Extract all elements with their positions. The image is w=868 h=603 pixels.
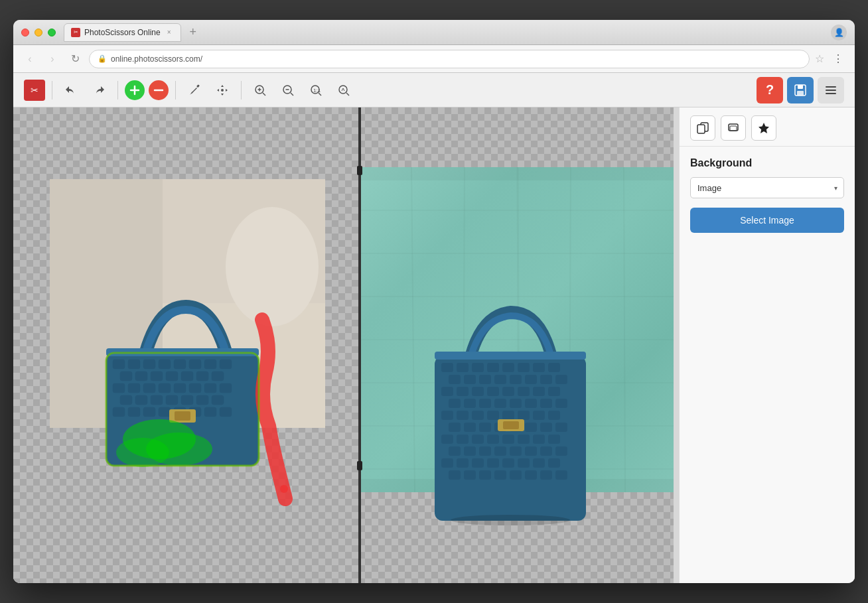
select-image-button[interactable]: Select Image — [690, 208, 844, 233]
right-canvas-svg — [358, 107, 674, 583]
tab-star[interactable] — [751, 115, 776, 141]
help-button[interactable]: ? — [757, 77, 783, 103]
traffic-lights — [21, 29, 56, 36]
svg-rect-145 — [487, 458, 499, 468]
svg-rect-31 — [113, 383, 125, 393]
svg-rect-42 — [166, 395, 178, 405]
brush-tool-button[interactable] — [182, 78, 206, 102]
svg-rect-34 — [159, 383, 171, 393]
zoom-in-button[interactable] — [248, 78, 272, 102]
background-type-select[interactable]: None Color Image — [690, 177, 844, 198]
svg-rect-114 — [502, 411, 514, 420]
svg-rect-103 — [464, 399, 476, 408]
svg-rect-82 — [502, 363, 514, 372]
app-logo: ✂ — [24, 80, 45, 101]
new-tab-button[interactable]: + — [184, 25, 202, 40]
svg-rect-26 — [151, 371, 163, 381]
svg-rect-17 — [128, 360, 140, 369]
svg-rect-151 — [464, 470, 476, 480]
toolbar-separator-1 — [52, 81, 52, 100]
svg-point-6 — [339, 86, 347, 94]
svg-rect-154 — [510, 470, 522, 480]
tab-title: PhotoScissors Online — [84, 28, 161, 37]
svg-point-1 — [221, 89, 224, 92]
right-sidebar: Background None Color Image ▾ Select Ima… — [679, 107, 855, 583]
svg-rect-155 — [525, 470, 537, 480]
background-type-select-wrapper: None Color Image ▾ — [690, 177, 844, 198]
editor-panel — [13, 107, 679, 583]
svg-rect-91 — [525, 375, 537, 384]
svg-rect-108 — [540, 399, 552, 408]
svg-rect-132 — [533, 435, 545, 444]
forward-button[interactable]: › — [44, 50, 61, 68]
svg-rect-106 — [510, 399, 522, 408]
titlebar: ✂ PhotoScissors Online × + 👤 — [13, 20, 855, 45]
svg-rect-94 — [441, 387, 453, 396]
divider-handle-top — [357, 166, 362, 175]
svg-rect-144 — [472, 458, 484, 468]
tab-copy[interactable] — [690, 115, 715, 141]
divider-handle-bottom — [357, 461, 362, 470]
bookmark-button[interactable]: ☆ — [815, 52, 824, 65]
close-button[interactable] — [21, 29, 29, 36]
svg-rect-125 — [555, 423, 567, 432]
move-tool-button[interactable] — [210, 78, 234, 102]
svg-rect-127 — [457, 435, 469, 444]
svg-rect-29 — [196, 371, 208, 381]
svg-rect-150 — [449, 470, 461, 480]
svg-rect-140 — [540, 446, 552, 456]
svg-rect-105 — [494, 399, 506, 408]
svg-rect-9 — [797, 91, 804, 96]
maximize-button[interactable] — [48, 29, 56, 36]
svg-rect-123 — [525, 423, 537, 432]
left-canvas[interactable] — [13, 107, 358, 583]
svg-rect-131 — [518, 435, 530, 444]
svg-rect-33 — [143, 383, 155, 393]
menu-button[interactable] — [818, 77, 844, 103]
zoom-fit-button[interactable]: 1:1 — [304, 78, 328, 102]
refresh-button[interactable]: ↻ — [66, 50, 84, 68]
svg-rect-35 — [174, 383, 186, 393]
browser-menu-button[interactable]: ⋮ — [830, 50, 847, 68]
add-foreground-button[interactable] — [125, 80, 145, 100]
svg-rect-138 — [510, 446, 522, 456]
svg-rect-36 — [189, 383, 201, 393]
svg-rect-137 — [494, 446, 506, 456]
svg-rect-45 — [212, 395, 224, 405]
tab-layers[interactable] — [721, 115, 746, 141]
svg-rect-40 — [135, 395, 147, 405]
svg-rect-143 — [457, 458, 469, 468]
svg-rect-41 — [151, 395, 163, 405]
back-button[interactable]: ‹ — [21, 50, 38, 68]
svg-rect-46 — [113, 407, 125, 417]
svg-rect-130 — [502, 435, 514, 444]
svg-rect-84 — [533, 363, 545, 372]
divider-line[interactable] — [358, 107, 361, 583]
svg-rect-117 — [548, 411, 560, 420]
background-label: Background — [690, 157, 844, 169]
tab-close-button[interactable]: × — [165, 28, 174, 37]
minimize-button[interactable] — [35, 29, 42, 36]
svg-rect-148 — [533, 458, 545, 468]
svg-marker-166 — [759, 123, 769, 133]
subtract-background-button[interactable] — [149, 80, 169, 100]
save-button[interactable] — [787, 77, 814, 103]
svg-rect-92 — [540, 375, 552, 384]
toolbar-separator-2 — [117, 81, 118, 100]
zoom-out-button[interactable] — [276, 78, 300, 102]
svg-rect-118 — [449, 423, 461, 432]
undo-button[interactable] — [59, 78, 83, 102]
svg-rect-86 — [449, 375, 461, 384]
zoom-reset-button[interactable] — [332, 78, 356, 102]
svg-rect-112 — [472, 411, 484, 420]
svg-rect-85 — [548, 363, 560, 372]
svg-rect-97 — [487, 387, 499, 396]
svg-rect-163 — [697, 125, 705, 133]
browser-tab[interactable]: ✂ PhotoScissors Online × — [64, 23, 181, 42]
redo-button[interactable] — [87, 78, 111, 102]
svg-rect-8 — [798, 85, 803, 89]
address-bar[interactable]: 🔒 online.photoscissors.com/ — [89, 50, 810, 68]
right-canvas[interactable] — [358, 107, 674, 583]
svg-rect-99 — [518, 387, 530, 396]
svg-rect-16 — [113, 360, 125, 369]
